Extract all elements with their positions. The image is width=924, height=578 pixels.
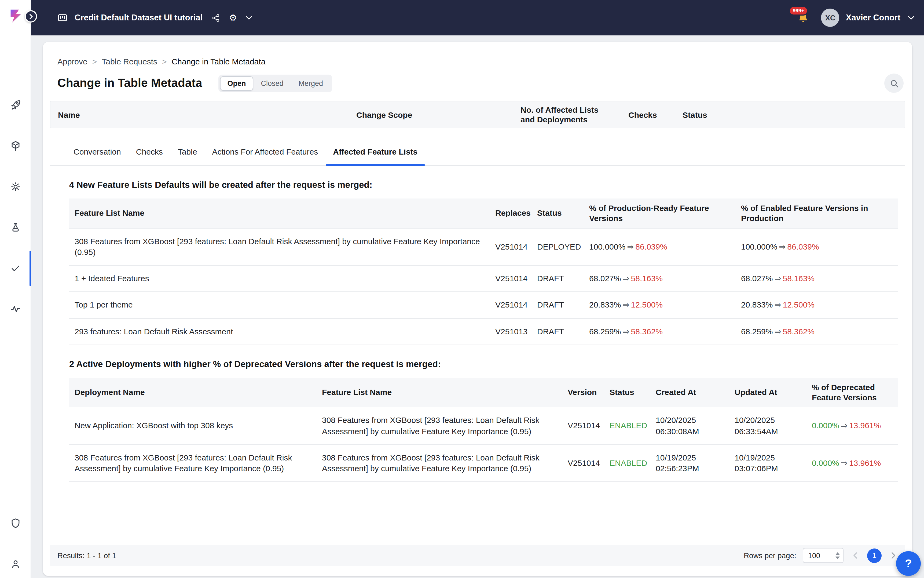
- feature-lists-heading: 4 New Feature Lists Defaults will be cre…: [69, 180, 898, 190]
- request-detail-panel: Conversation Checks Table Actions For Af…: [50, 138, 905, 482]
- change-arrow-icon: ⇒: [777, 242, 787, 252]
- sidebar-expand-button[interactable]: [25, 10, 37, 23]
- deployment-name: 308 Features from XGBoost [293 features:…: [69, 445, 316, 482]
- deployment-row[interactable]: 308 Features from XGBoost [293 features:…: [69, 445, 898, 482]
- col-replaces: Replaces: [490, 199, 532, 228]
- col-prod-ready: % of Production-Ready Feature Versions: [584, 199, 736, 228]
- deployment-name: New Application: XGBoost with top 308 ke…: [69, 408, 316, 445]
- feature-list-status: DEPLOYED: [532, 228, 584, 265]
- tab-conversation[interactable]: Conversation: [66, 138, 128, 165]
- col-feature-list-name: Feature List Name: [316, 378, 563, 408]
- share-icon[interactable]: [211, 13, 220, 22]
- requests-table-header: Name Change Scope No. of Affected Lists …: [50, 101, 905, 128]
- tab-actions-for-affected-features[interactable]: Actions For Affected Features: [205, 138, 326, 165]
- prod-ready-change: 100.000%⇒86.039%: [584, 228, 736, 265]
- created-at: 10/20/202506:30:08AM: [650, 408, 729, 445]
- chevron-left-icon: [853, 552, 858, 559]
- deployment-version: V251014: [563, 445, 604, 482]
- sidebar-item-ideas[interactable]: [0, 174, 31, 200]
- col-deployment-name: Deployment Name: [69, 378, 316, 408]
- activity-icon: [10, 303, 21, 315]
- change-arrow-icon: ⇒: [626, 242, 635, 252]
- workspace-chevron-down-icon[interactable]: [246, 16, 252, 20]
- deployment-version: V251014: [563, 408, 604, 445]
- change-arrow-icon: ⇒: [621, 300, 631, 310]
- workspace-title[interactable]: Credit Default Dataset UI tutorial: [75, 13, 203, 23]
- sidebar-item-experiments[interactable]: [0, 215, 31, 240]
- sidebar-item-security[interactable]: [0, 510, 31, 536]
- col-version: Version: [563, 378, 604, 408]
- col-updated-at: Updated At: [729, 378, 806, 408]
- replaces-version: V251013: [490, 318, 532, 345]
- deployment-feature-list: 308 Features from XGBoost [293 features:…: [316, 445, 563, 482]
- breadcrumb-table-requests[interactable]: Table Requests: [102, 57, 157, 66]
- replaces-version: V251014: [490, 265, 532, 292]
- enabled-change: 68.027%⇒58.163%: [736, 265, 898, 292]
- search-button[interactable]: [884, 73, 904, 93]
- catalog-icon: [10, 140, 21, 152]
- page-1-button[interactable]: 1: [867, 548, 882, 563]
- sidebar-bottom-group: [0, 510, 31, 577]
- column-name: Name: [58, 110, 80, 119]
- shield-icon: [10, 517, 21, 529]
- change-arrow-icon: ⇒: [773, 300, 783, 310]
- rows-per-page-stepper-icon[interactable]: [835, 552, 840, 559]
- user-avatar[interactable]: XC: [821, 8, 840, 27]
- col-enabled-in-prod: % of Enabled Feature Versions in Product…: [736, 199, 898, 228]
- rows-per-page-value: 100: [808, 552, 835, 560]
- deployment-row[interactable]: New Application: XGBoost with top 308 ke…: [69, 408, 898, 445]
- sidebar-item-account[interactable]: [0, 551, 31, 577]
- rows-per-page-select[interactable]: 100: [803, 548, 843, 563]
- main-card: Approve > Table Requests > Change in Tab…: [43, 42, 912, 576]
- deprecated-change: 0.000%⇒13.961%: [806, 408, 898, 445]
- user-icon: [10, 558, 21, 570]
- navbar-right-group: 999+ XC Xavier Conort: [798, 8, 914, 27]
- col-deprecated-pct: % of Deprecated Feature Versions: [806, 378, 898, 408]
- user-menu-chevron-down-icon[interactable]: [908, 16, 914, 20]
- feature-lists-table-header-row: Feature List Name Replaces Status % of P…: [69, 199, 898, 228]
- application-root: Credit Default Dataset UI tutorial ⚙ 999…: [0, 0, 924, 578]
- rows-per-page-label: Rows per page:: [744, 551, 796, 560]
- feature-list-row[interactable]: 308 Features from XGBoost [293 features:…: [69, 228, 898, 265]
- deployment-status: ENABLED: [604, 445, 650, 482]
- notifications-button[interactable]: 999+: [798, 12, 809, 24]
- user-name[interactable]: Xavier Conort: [846, 13, 900, 23]
- page-title: Change in Table Metadata: [57, 76, 202, 90]
- app-logo[interactable]: [7, 8, 24, 26]
- rocket-icon: [10, 99, 21, 111]
- tab-affected-feature-lists[interactable]: Affected Feature Lists: [326, 138, 425, 165]
- sidebar-item-launch[interactable]: [0, 92, 31, 118]
- results-count: Results: 1 - 1 of 1: [57, 551, 116, 560]
- prod-ready-change: 20.833%⇒12.500%: [584, 292, 736, 318]
- feature-list-status: DRAFT: [532, 265, 584, 292]
- filter-merged-button[interactable]: Merged: [291, 76, 331, 91]
- prod-ready-change: 68.259%⇒58.362%: [584, 318, 736, 345]
- feature-list-name: 1 + Ideated Features: [69, 265, 490, 292]
- change-arrow-icon: ⇒: [621, 326, 631, 336]
- feature-list-row[interactable]: 1 + Ideated Features V251014 DRAFT 68.02…: [69, 265, 898, 292]
- breadcrumb-separator: >: [162, 57, 167, 66]
- top-navbar: Credit Default Dataset UI tutorial ⚙ 999…: [31, 0, 924, 36]
- sidebar-item-approve[interactable]: [0, 255, 31, 281]
- col-feature-list-name: Feature List Name: [69, 199, 490, 228]
- search-icon: [889, 79, 898, 88]
- tab-checks[interactable]: Checks: [128, 138, 170, 165]
- previous-page-button[interactable]: [850, 550, 861, 561]
- feature-list-row[interactable]: Top 1 per theme V251014 DRAFT 20.833%⇒12…: [69, 292, 898, 318]
- breadcrumb-approve[interactable]: Approve: [57, 57, 88, 66]
- breadcrumb-current: Change in Table Metadata: [172, 57, 266, 66]
- feature-list-name: 308 Features from XGBoost [293 features:…: [69, 228, 490, 265]
- feature-list-row[interactable]: 293 features: Loan Default Risk Assessme…: [69, 318, 898, 345]
- feature-list-status: DRAFT: [532, 292, 584, 318]
- updated-at: 10/20/202506:33:54AM: [729, 408, 806, 445]
- updated-at: 10/19/202503:07:06PM: [729, 445, 806, 482]
- sidebar-item-catalog[interactable]: [0, 133, 31, 159]
- tab-table[interactable]: Table: [170, 138, 205, 165]
- filter-open-button[interactable]: Open: [220, 76, 253, 91]
- sidebar-item-activity[interactable]: [0, 296, 31, 322]
- settings-gear-icon[interactable]: ⚙: [229, 13, 237, 22]
- enabled-change: 100.000%⇒86.039%: [736, 228, 898, 265]
- filter-closed-button[interactable]: Closed: [253, 76, 291, 91]
- help-button[interactable]: ?: [896, 551, 921, 576]
- workspace-icon: [57, 12, 68, 23]
